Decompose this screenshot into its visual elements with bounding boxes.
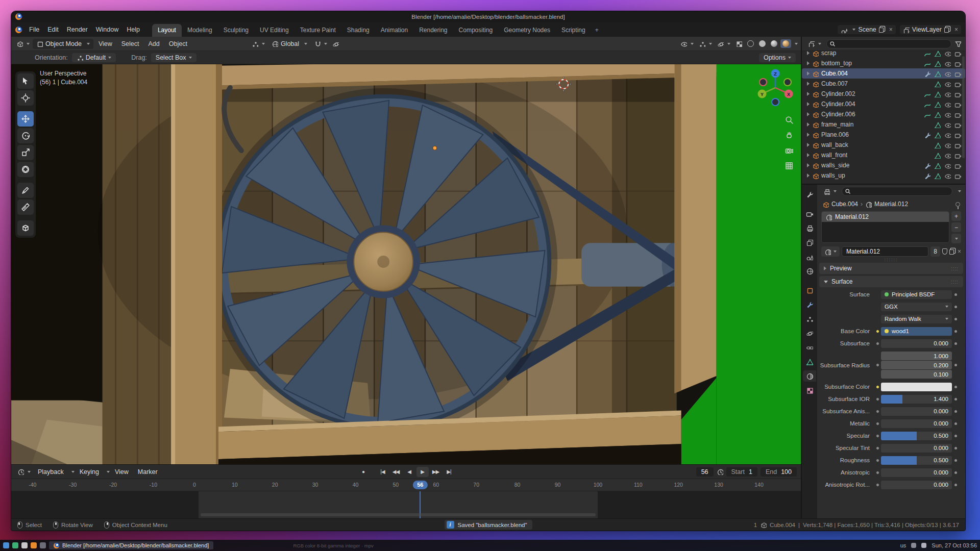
app-icon[interactable] bbox=[40, 542, 46, 548]
camera-view-icon[interactable] bbox=[785, 146, 794, 155]
new-scene-icon[interactable] bbox=[879, 28, 884, 33]
animate-dot-icon[interactable] bbox=[952, 293, 959, 296]
orientation-dropdown[interactable]: Global bbox=[268, 39, 311, 49]
tab-uv-editing[interactable]: UV Editing bbox=[254, 24, 295, 37]
new-viewlayer-icon[interactable] bbox=[944, 28, 949, 33]
menu-marker[interactable]: Marker bbox=[134, 467, 162, 477]
hide-eye-icon[interactable] bbox=[944, 51, 951, 57]
material-slot-list[interactable]: Material.012 bbox=[821, 211, 949, 243]
base-color-texture-field[interactable]: wood1 bbox=[881, 327, 952, 336]
modifier-wrench-icon[interactable] bbox=[924, 172, 930, 179]
properties-tab-material[interactable] bbox=[803, 370, 816, 382]
object-origin-dot[interactable] bbox=[433, 146, 437, 150]
disable-render-icon[interactable] bbox=[954, 101, 961, 108]
menu-timeline-view[interactable]: View bbox=[111, 467, 133, 477]
slot-specials-button[interactable] bbox=[951, 234, 961, 243]
disable-render-icon[interactable] bbox=[954, 142, 961, 148]
expand-arrow-icon[interactable] bbox=[807, 51, 810, 55]
network-icon[interactable] bbox=[911, 543, 916, 548]
breadcrumb-material[interactable]: Material.012 bbox=[874, 201, 908, 208]
expand-arrow-icon[interactable] bbox=[807, 163, 810, 167]
properties-tab-viewlayer[interactable] bbox=[803, 237, 816, 248]
disable-render-icon[interactable] bbox=[954, 51, 961, 57]
shading-material-button[interactable] bbox=[769, 39, 779, 48]
expand-arrow-icon[interactable] bbox=[807, 71, 810, 76]
hide-eye-icon[interactable] bbox=[944, 152, 951, 159]
disable-render-icon[interactable] bbox=[954, 60, 961, 67]
animate-dot-icon[interactable] bbox=[952, 306, 959, 308]
subsurface-aniso-slider[interactable]: 0.000 bbox=[881, 407, 952, 416]
hide-eye-icon[interactable] bbox=[944, 162, 951, 169]
tab-geometry-nodes[interactable]: Geometry Nodes bbox=[498, 24, 556, 37]
options-dropdown[interactable]: Options bbox=[759, 53, 796, 62]
properties-tab-world[interactable] bbox=[803, 265, 816, 277]
annotate-tool[interactable] bbox=[17, 183, 34, 198]
tab-scripting[interactable]: Scripting bbox=[556, 24, 591, 37]
window-titlebar[interactable]: Blender [/home/amalie/Desktop/blender/ba… bbox=[11, 11, 965, 22]
viewlayer-selector[interactable]: ViewLayer × bbox=[900, 25, 961, 34]
mode-dropdown[interactable]: Object Mode bbox=[33, 39, 93, 49]
app-launcher-icon[interactable] bbox=[3, 542, 9, 548]
modifier-wrench-icon[interactable] bbox=[924, 70, 930, 77]
properties-tab-constraints[interactable] bbox=[803, 342, 816, 353]
cursor-tool[interactable] bbox=[17, 90, 34, 106]
pin-icon[interactable] bbox=[955, 202, 960, 207]
disable-render-icon[interactable] bbox=[954, 70, 961, 77]
app-icon[interactable] bbox=[12, 542, 18, 548]
xray-toggle[interactable] bbox=[733, 39, 744, 48]
scene-selector[interactable]: Scene × bbox=[838, 25, 895, 34]
animate-dot-icon[interactable] bbox=[952, 398, 959, 400]
expand-arrow-icon[interactable] bbox=[807, 92, 810, 96]
properties-tab-data[interactable] bbox=[803, 356, 816, 367]
animate-dot-icon[interactable] bbox=[952, 364, 959, 366]
add-slot-button[interactable]: + bbox=[951, 211, 961, 221]
material-name-field[interactable]: Material.012 bbox=[842, 246, 928, 257]
expand-arrow-icon[interactable] bbox=[807, 133, 810, 137]
axis-x-neg-ball[interactable] bbox=[760, 79, 767, 86]
hide-eye-icon[interactable] bbox=[944, 132, 951, 138]
unlink-material-icon[interactable]: × bbox=[958, 248, 961, 255]
overlays-toggle[interactable] bbox=[715, 39, 732, 48]
remove-slot-button[interactable]: − bbox=[951, 222, 961, 232]
sss-method-dropdown[interactable]: Random Walk bbox=[881, 315, 952, 323]
outliner-item-active[interactable]: Cube.004 bbox=[802, 68, 965, 79]
subsurface-radius-r-field[interactable]: 1.000 bbox=[881, 352, 952, 360]
keyboard-layout-indicator[interactable]: us bbox=[900, 542, 906, 548]
preview-panel-header[interactable]: Preview :::: bbox=[819, 263, 963, 274]
expand-arrow-icon[interactable] bbox=[807, 122, 810, 127]
rotate-tool[interactable] bbox=[17, 128, 34, 143]
hide-eye-icon[interactable] bbox=[944, 142, 951, 148]
subsurface-slider[interactable]: 0.000 bbox=[881, 339, 952, 348]
outliner-search-input[interactable] bbox=[826, 39, 951, 48]
menu-help[interactable]: Help bbox=[122, 24, 144, 35]
frame-start-field[interactable]: Start 1 bbox=[726, 467, 757, 477]
properties-tab-render[interactable] bbox=[803, 208, 816, 219]
play-button[interactable]: ▶ bbox=[416, 467, 429, 477]
menu-object[interactable]: Object bbox=[165, 39, 191, 49]
frame-end-field[interactable]: End 100 bbox=[761, 467, 797, 477]
menu-playback[interactable]: Playback bbox=[34, 467, 68, 477]
add-cube-tool[interactable] bbox=[17, 220, 34, 236]
material-slot-active[interactable]: Material.012 bbox=[822, 212, 949, 222]
animate-dot-icon[interactable] bbox=[952, 342, 959, 345]
anisotropic-slider[interactable]: 0.000 bbox=[881, 468, 952, 477]
tab-texture-paint[interactable]: Texture Paint bbox=[295, 24, 341, 37]
hide-eye-icon[interactable] bbox=[944, 81, 951, 87]
modifier-wrench-icon[interactable] bbox=[924, 162, 930, 169]
auto-key-record-button[interactable]: ● bbox=[357, 467, 370, 477]
saved-notification[interactable]: i Saved "ballsmacker.blend" bbox=[444, 520, 532, 530]
tab-rendering[interactable]: Rendering bbox=[413, 24, 453, 37]
animate-dot-icon[interactable] bbox=[952, 410, 959, 413]
properties-tab-modifiers[interactable] bbox=[803, 299, 816, 310]
move-tool[interactable] bbox=[17, 111, 34, 127]
jump-to-end-button[interactable]: ▶| bbox=[443, 467, 455, 477]
menu-file[interactable]: File bbox=[25, 24, 43, 35]
filter-icon[interactable] bbox=[954, 40, 961, 47]
animate-dot-icon[interactable] bbox=[952, 330, 959, 333]
anisotropic-rotation-slider[interactable]: 0.000 bbox=[881, 481, 952, 489]
menu-keying[interactable]: Keying bbox=[76, 467, 103, 477]
expand-arrow-icon[interactable] bbox=[807, 82, 810, 86]
shading-solid-button[interactable] bbox=[757, 39, 768, 48]
disable-render-icon[interactable] bbox=[954, 172, 961, 179]
subsurface-radius-g-field[interactable]: 0.200 bbox=[881, 361, 952, 369]
